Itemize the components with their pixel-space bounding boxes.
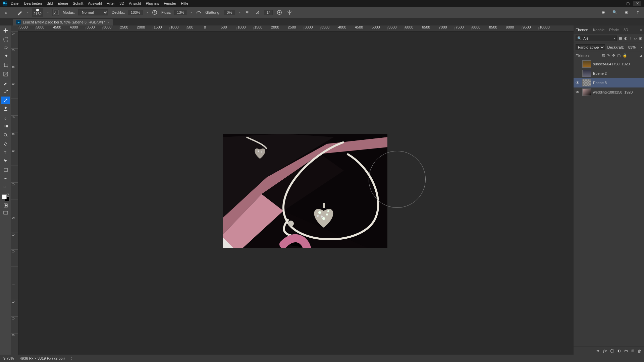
chevron-down-icon[interactable]: ▾: [614, 37, 615, 40]
healing-brush-tool[interactable]: [1, 88, 10, 95]
layer-row[interactable]: Ebene 2: [574, 69, 644, 78]
blend-mode-select[interactable]: Normal: [78, 9, 108, 15]
filter-type-icon[interactable]: T: [630, 36, 632, 41]
lasso-tool[interactable]: [1, 44, 10, 52]
share-icon[interactable]: ⇪: [634, 9, 641, 16]
pressure-size-icon[interactable]: [276, 9, 283, 16]
filter-shape-icon[interactable]: ▱: [634, 36, 637, 41]
chevron-down-icon[interactable]: ▾: [47, 11, 49, 14]
document-tab[interactable]: ☁ Leucht Effekt.psdc bei 9,73% (Ebene 3,…: [13, 19, 113, 25]
layer-name[interactable]: wedding-1083258_1920: [593, 90, 633, 94]
menu-hilfe[interactable]: Hilfe: [181, 1, 188, 5]
brush-panel-toggle-icon[interactable]: [52, 9, 59, 16]
path-select-tool[interactable]: [1, 158, 10, 165]
adjustment-layer-icon[interactable]: ◐: [618, 349, 621, 353]
zoom-level[interactable]: 9,73%: [3, 356, 14, 360]
chevron-down-icon[interactable]: ▾: [641, 46, 642, 49]
minimize-button[interactable]: —: [614, 1, 623, 6]
new-layer-icon[interactable]: ⊞: [631, 349, 634, 353]
frame-tool[interactable]: [1, 70, 10, 78]
tab-ebenen[interactable]: Ebenen: [576, 28, 588, 32]
chevron-down-icon[interactable]: ▾: [147, 11, 148, 14]
crop-tool[interactable]: [1, 62, 10, 69]
horizontal-ruler[interactable]: 5500500045004000350030002500200015001000…: [18, 25, 574, 32]
dodge-tool[interactable]: [1, 131, 10, 139]
gradient-tool[interactable]: [1, 123, 10, 130]
screen-mode-icon[interactable]: [1, 210, 10, 216]
lock-artboard-icon[interactable]: ▢: [617, 53, 621, 58]
lock-position-icon[interactable]: ✥: [612, 53, 615, 58]
layer-name[interactable]: Ebene 2: [593, 71, 607, 75]
menu-datei[interactable]: Datei: [11, 1, 19, 5]
menu-filter[interactable]: Filter: [107, 1, 115, 5]
menu-auswahl[interactable]: Auswahl: [88, 1, 102, 5]
chevron-down-icon[interactable]: ▾: [27, 11, 29, 14]
brush-tool[interactable]: [1, 97, 10, 104]
image-artboard[interactable]: [223, 134, 387, 248]
visibility-toggle-icon[interactable]: 👁: [575, 80, 580, 85]
layer-row[interactable]: 👁wedding-1083258_1920: [574, 87, 644, 97]
brush-angle-icon[interactable]: ◿: [254, 9, 261, 16]
layer-name[interactable]: sunset-6041750_1920: [593, 62, 630, 66]
tab-3d[interactable]: 3D: [624, 28, 628, 32]
menu-fenster[interactable]: Fenster: [164, 1, 176, 5]
layer-thumbnail[interactable]: [582, 70, 591, 77]
layer-filter[interactable]: 🔍 Art ▾: [576, 36, 617, 41]
symmetry-icon[interactable]: [286, 9, 293, 16]
layer-thumbnail[interactable]: [582, 60, 591, 68]
pen-tool[interactable]: [1, 140, 10, 147]
menu-bearbeiten[interactable]: Bearbeiten: [24, 1, 42, 5]
more-tools-icon[interactable]: ⋯: [1, 175, 10, 182]
color-swatches[interactable]: ⤭: [1, 192, 10, 201]
close-tab-icon[interactable]: ×: [107, 20, 109, 24]
menu-ansicht[interactable]: Ansicht: [129, 1, 141, 5]
layer-style-icon[interactable]: ƒx: [603, 349, 607, 353]
filter-smart-icon[interactable]: ▣: [639, 36, 642, 41]
fill-indicator-icon[interactable]: ◢: [639, 53, 642, 58]
lock-transparent-icon[interactable]: ▨: [602, 53, 605, 58]
layer-name[interactable]: Ebene 3: [593, 81, 607, 85]
layer-row[interactable]: 👁Ebene 3: [574, 78, 644, 87]
layer-row[interactable]: sunset-6041750_1920: [574, 59, 644, 69]
smoothing-value[interactable]: 0%: [224, 10, 235, 15]
layer-blend-mode-select[interactable]: Farbig abwedeln: [576, 44, 605, 50]
home-icon[interactable]: ⌂: [3, 9, 9, 16]
chevron-down-icon[interactable]: ▾: [191, 11, 192, 14]
status-chevron-icon[interactable]: 〉: [71, 356, 74, 361]
layer-opacity-value[interactable]: 83%: [626, 45, 638, 50]
delete-layer-icon[interactable]: 🗑: [638, 349, 641, 353]
close-button[interactable]: ✕: [633, 1, 641, 6]
flow-value[interactable]: 13%: [174, 10, 186, 15]
chevron-down-icon[interactable]: ▾: [239, 11, 240, 14]
tab-kanaele[interactable]: Kanäle: [593, 28, 604, 32]
layer-thumbnail[interactable]: [582, 88, 591, 96]
menu-ebene[interactable]: Ebene: [57, 1, 68, 5]
vertical-ruler[interactable]: 300050005001000: [11, 25, 18, 355]
menu-3d[interactable]: 3D: [119, 1, 124, 5]
workspace-icon[interactable]: ▣: [623, 9, 630, 16]
filter-adjust-icon[interactable]: ◐: [624, 36, 628, 41]
smoothing-options-icon[interactable]: ✲: [244, 9, 251, 16]
tool-preset-icon[interactable]: [16, 9, 23, 16]
menu-plugins[interactable]: Plug-ins: [146, 1, 159, 5]
lock-pixels-icon[interactable]: ✎: [607, 53, 610, 58]
document-canvas[interactable]: [18, 32, 574, 355]
airbrush-icon[interactable]: [195, 9, 202, 16]
clone-stamp-tool[interactable]: [1, 105, 10, 113]
layer-mask-icon[interactable]: ◯: [610, 349, 614, 353]
default-colors-icon[interactable]: ◱: [1, 184, 10, 190]
maximize-button[interactable]: ▢: [624, 1, 632, 6]
shape-tool[interactable]: [1, 166, 10, 174]
lock-all-icon[interactable]: 🔒: [623, 53, 627, 58]
layer-thumbnail[interactable]: [582, 79, 591, 86]
opacity-value[interactable]: 100%: [128, 10, 143, 15]
marquee-tool[interactable]: [1, 36, 10, 43]
cloud-docs-icon[interactable]: ◉: [600, 9, 607, 16]
eraser-tool[interactable]: [1, 114, 10, 121]
document-dimensions[interactable]: 4936 Px × 3319 Px (72 ppi): [20, 356, 65, 360]
link-layers-icon[interactable]: ⇔: [596, 349, 599, 353]
tab-pfade[interactable]: Pfade: [609, 28, 619, 32]
eyedropper-tool[interactable]: [1, 79, 10, 86]
brush-angle-value[interactable]: 1°: [264, 10, 273, 15]
foreground-color-swatch[interactable]: [2, 194, 7, 199]
